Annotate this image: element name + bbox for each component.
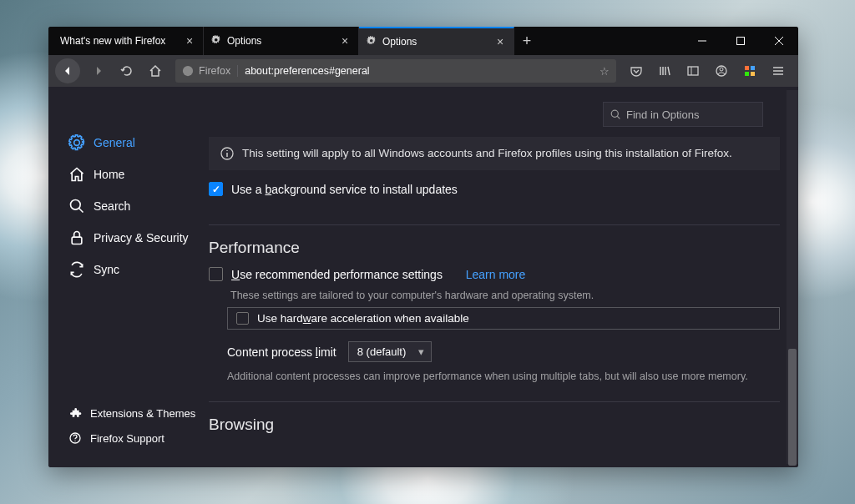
hw-accel-label: Use hardware acceleration when available — [257, 312, 469, 325]
svg-point-2 — [183, 66, 193, 76]
close-icon[interactable]: × — [338, 34, 352, 48]
new-tab-button[interactable]: + — [514, 27, 539, 55]
search-icon — [610, 109, 621, 120]
learn-more-link[interactable]: Learn more — [466, 268, 526, 281]
close-icon[interactable]: × — [493, 35, 507, 48]
main-pane: Find in Options This setting will apply … — [207, 87, 798, 467]
sidebar-item-label: Firefox Support — [90, 432, 164, 445]
sidebar-button[interactable] — [680, 58, 706, 84]
puzzle-icon — [68, 406, 82, 420]
scroll-thumb[interactable] — [788, 349, 797, 466]
category-sidebar: General Home Search Privacy & Security S… — [48, 87, 207, 467]
section-divider — [209, 224, 780, 225]
url-text: about:preferences#general — [245, 65, 593, 77]
addon-button[interactable] — [736, 58, 763, 84]
home-icon — [68, 166, 85, 183]
tab-strip: What's new with Firefox × Options × Opti… — [48, 27, 683, 55]
svg-rect-3 — [688, 67, 698, 75]
sidebar-item-label: Extensions & Themes — [90, 407, 195, 420]
sidebar-item-label: Search — [94, 199, 130, 213]
browsing-heading: Browsing — [209, 416, 780, 434]
content-process-row: Content process limit 8 (default) — [227, 341, 780, 362]
gear-icon — [68, 134, 85, 151]
titlebar: What's new with Firefox × Options × Opti… — [48, 27, 798, 55]
hw-accel-checkbox[interactable] — [236, 312, 249, 325]
identity-box[interactable]: Firefox — [182, 65, 238, 77]
options-search[interactable]: Find in Options — [603, 102, 763, 127]
home-button[interactable] — [142, 58, 169, 84]
tab-options-2[interactable]: Options × — [359, 27, 514, 55]
reload-button[interactable] — [114, 58, 140, 84]
sidebar-item-general[interactable]: General — [48, 127, 207, 159]
svg-rect-1 — [737, 38, 745, 45]
cpl-select[interactable]: 8 (default) — [348, 341, 433, 362]
close-icon[interactable]: × — [183, 34, 196, 48]
bookmark-star-icon[interactable]: ☆ — [600, 65, 610, 78]
maximize-button[interactable] — [721, 27, 760, 55]
svg-rect-6 — [745, 66, 749, 70]
firefox-window: What's new with Firefox × Options × Opti… — [48, 27, 798, 467]
recommended-row: Use recommended performance settings Lea… — [209, 264, 780, 285]
pocket-button[interactable] — [623, 58, 650, 84]
sync-icon — [68, 261, 85, 278]
library-button[interactable] — [651, 58, 678, 84]
tab-whats-new[interactable]: What's new with Firefox × — [48, 27, 204, 55]
sidebar-item-label: Sync — [94, 263, 119, 276]
nav-toolbar: Firefox about:preferences#general ☆ — [48, 55, 798, 87]
svg-rect-7 — [751, 66, 755, 70]
tab-label: What's new with Firefox — [60, 35, 178, 47]
info-icon — [220, 147, 234, 160]
sidebar-item-extensions[interactable]: Extensions & Themes — [48, 401, 207, 426]
tab-options-1[interactable]: Options × — [204, 27, 359, 55]
svg-rect-9 — [751, 72, 755, 76]
cpl-hint: Additional content processes can improve… — [227, 369, 780, 385]
preferences-content: General Home Search Privacy & Security S… — [48, 87, 798, 467]
identity-label: Firefox — [199, 65, 230, 77]
bg-service-label: Use a background service to install upda… — [231, 183, 458, 196]
info-banner: This setting will apply to all Windows a… — [209, 137, 780, 170]
help-icon — [68, 431, 82, 445]
section-divider — [209, 401, 780, 402]
url-bar[interactable]: Firefox about:preferences#general ☆ — [175, 59, 616, 83]
lock-icon — [68, 229, 85, 246]
hw-accel-row: Use hardware acceleration when available — [227, 307, 780, 330]
gear-icon — [210, 34, 222, 48]
sidebar-item-label: General — [94, 136, 135, 149]
cpl-label: Content process limit — [227, 345, 336, 359]
scrollbar[interactable] — [787, 90, 798, 464]
sidebar-item-search[interactable]: Search — [48, 190, 207, 222]
search-placeholder: Find in Options — [626, 108, 699, 121]
sidebar-item-label: Home — [94, 168, 124, 181]
recommended-checkbox[interactable] — [209, 267, 223, 281]
recommended-label: Use recommended performance settings — [231, 268, 443, 281]
bg-service-checkbox[interactable] — [209, 182, 223, 196]
back-button[interactable] — [55, 58, 80, 83]
tab-label: Options — [382, 36, 488, 48]
forward-button[interactable] — [85, 58, 112, 84]
minimize-button[interactable] — [683, 27, 721, 55]
svg-point-10 — [71, 200, 81, 210]
performance-heading: Performance — [209, 239, 780, 257]
search-icon — [68, 198, 85, 214]
svg-rect-11 — [72, 237, 82, 244]
sidebar-item-privacy[interactable]: Privacy & Security — [48, 222, 207, 254]
svg-point-13 — [74, 441, 75, 441]
info-text: This setting will apply to all Windows a… — [242, 145, 732, 162]
svg-point-5 — [720, 68, 723, 71]
sidebar-item-support[interactable]: Firefox Support — [48, 426, 207, 451]
gear-icon — [366, 35, 377, 49]
bg-service-row: Use a background service to install upda… — [209, 170, 780, 208]
close-button[interactable] — [760, 27, 798, 55]
sidebar-item-home[interactable]: Home — [48, 159, 207, 190]
tab-label: Options — [227, 35, 333, 47]
recommended-hint: These settings are tailored to your comp… — [230, 288, 780, 304]
account-button[interactable] — [708, 58, 735, 84]
sidebar-item-label: Privacy & Security — [94, 231, 189, 244]
sidebar-item-sync[interactable]: Sync — [48, 254, 207, 285]
svg-rect-8 — [745, 72, 749, 76]
firefox-logo-icon — [182, 65, 194, 77]
menu-button[interactable] — [765, 58, 792, 84]
